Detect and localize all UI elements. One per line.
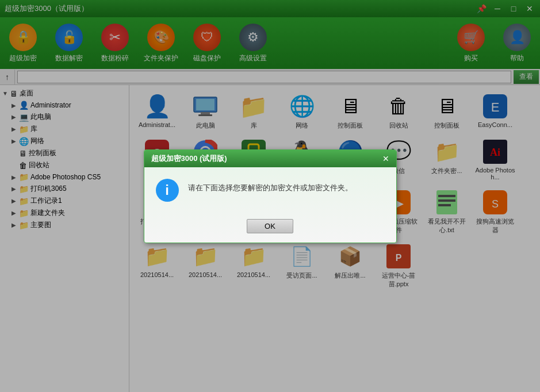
modal-footer: OK bbox=[144, 213, 396, 243]
modal-overlay: 超级加密3000 (试用版) ✕ i 请在下面选择您要解密的加密文件或加密文件夹… bbox=[0, 0, 540, 392]
modal-dialog: 超级加密3000 (试用版) ✕ i 请在下面选择您要解密的加密文件或加密文件夹… bbox=[144, 149, 397, 243]
modal-ok-button[interactable]: OK bbox=[247, 219, 293, 233]
modal-title: 超级加密3000 (试用版) bbox=[151, 153, 227, 164]
modal-close-button[interactable]: ✕ bbox=[382, 154, 389, 163]
modal-info-icon: i bbox=[156, 179, 179, 202]
modal-title-bar: 超级加密3000 (试用版) ✕ bbox=[144, 150, 396, 167]
ok-label: OK bbox=[265, 222, 275, 230]
info-letter: i bbox=[165, 182, 169, 198]
modal-body: i 请在下面选择您要解密的加密文件或加密文件夹。 bbox=[144, 167, 396, 213]
modal-message: 请在下面选择您要解密的加密文件或加密文件夹。 bbox=[188, 179, 353, 194]
